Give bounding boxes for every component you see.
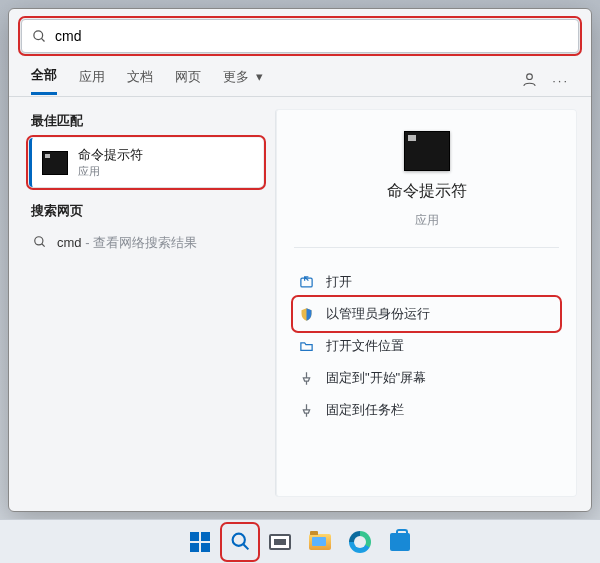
- search-icon: [33, 235, 47, 252]
- detail-actions: 打开 以管理员身份运行 打开文件位置: [294, 266, 559, 426]
- file-explorer-button[interactable]: [303, 525, 337, 559]
- windows-search-window: 全部 应用 文档 网页 更多 ▾ ··· 最佳匹配: [8, 8, 592, 512]
- tab-apps[interactable]: 应用: [79, 68, 105, 94]
- best-match-subtitle: 应用: [78, 164, 143, 179]
- tab-more-label: 更多: [223, 69, 249, 84]
- best-match-text: 命令提示符 应用: [78, 146, 143, 179]
- svg-line-4: [42, 243, 45, 246]
- svg-point-6: [232, 534, 244, 546]
- detail-pane: 命令提示符 应用 打开 以管理员身份运行: [275, 109, 577, 497]
- svg-line-1: [41, 38, 44, 41]
- section-best-match: 最佳匹配: [31, 113, 263, 130]
- taskbar: [0, 519, 600, 563]
- task-view-icon: [269, 534, 291, 550]
- results-left-column: 最佳匹配 命令提示符 应用 搜索网页 cmd - 查看网络搜索结果: [9, 97, 269, 511]
- search-icon: [32, 29, 47, 44]
- pin-icon: [298, 370, 314, 386]
- action-open[interactable]: 打开: [294, 266, 559, 298]
- task-view-button[interactable]: [263, 525, 297, 559]
- open-icon: [298, 274, 314, 290]
- best-match-item[interactable]: 命令提示符 应用: [29, 138, 263, 187]
- folder-icon: [298, 338, 314, 354]
- pin-icon: [298, 402, 314, 418]
- best-match-title: 命令提示符: [78, 146, 143, 164]
- action-pin-to-start-label: 固定到"开始"屏幕: [326, 369, 426, 387]
- tabs-row: 全部 应用 文档 网页 更多 ▾ ···: [9, 59, 591, 97]
- account-icon[interactable]: [521, 71, 538, 91]
- action-open-file-location-label: 打开文件位置: [326, 337, 404, 355]
- web-search-suffix: - 查看网络搜索结果: [82, 235, 198, 250]
- svg-point-2: [527, 73, 533, 79]
- action-pin-to-taskbar-label: 固定到任务栏: [326, 401, 404, 419]
- action-open-label: 打开: [326, 273, 352, 291]
- start-button[interactable]: [183, 525, 217, 559]
- action-pin-to-start[interactable]: 固定到"开始"屏幕: [294, 362, 559, 394]
- tab-web[interactable]: 网页: [175, 68, 201, 94]
- detail-title: 命令提示符: [387, 181, 467, 202]
- search-input[interactable]: [55, 28, 568, 44]
- store-icon: [390, 533, 410, 551]
- action-open-file-location[interactable]: 打开文件位置: [294, 330, 559, 362]
- search-bar-container: [9, 9, 591, 59]
- tab-all[interactable]: 全部: [31, 66, 57, 95]
- cmd-icon: [404, 131, 450, 171]
- web-search-term: cmd: [57, 235, 82, 250]
- web-search-item[interactable]: cmd - 查看网络搜索结果: [29, 228, 263, 258]
- action-run-as-admin-label: 以管理员身份运行: [326, 305, 430, 323]
- tab-documents[interactable]: 文档: [127, 68, 153, 94]
- desktop: 全部 应用 文档 网页 更多 ▾ ··· 最佳匹配: [0, 0, 600, 563]
- cmd-icon: [42, 151, 68, 175]
- svg-line-7: [243, 545, 248, 550]
- action-run-as-admin[interactable]: 以管理员身份运行: [294, 298, 559, 330]
- shield-icon: [298, 306, 314, 322]
- edge-icon: [349, 531, 371, 553]
- search-bar[interactable]: [21, 19, 579, 53]
- windows-logo-icon: [190, 532, 210, 552]
- search-icon: [230, 531, 251, 552]
- microsoft-store-button[interactable]: [383, 525, 417, 559]
- action-pin-to-taskbar[interactable]: 固定到任务栏: [294, 394, 559, 426]
- folder-icon: [309, 534, 331, 550]
- detail-subtitle: 应用: [415, 212, 439, 229]
- svg-point-3: [35, 236, 43, 244]
- svg-point-0: [34, 30, 43, 39]
- tab-more[interactable]: 更多 ▾: [223, 68, 263, 94]
- taskbar-search-button[interactable]: [223, 525, 257, 559]
- more-icon[interactable]: ···: [552, 73, 569, 88]
- section-search-web: 搜索网页: [31, 203, 263, 220]
- chevron-down-icon: ▾: [256, 69, 263, 84]
- edge-button[interactable]: [343, 525, 377, 559]
